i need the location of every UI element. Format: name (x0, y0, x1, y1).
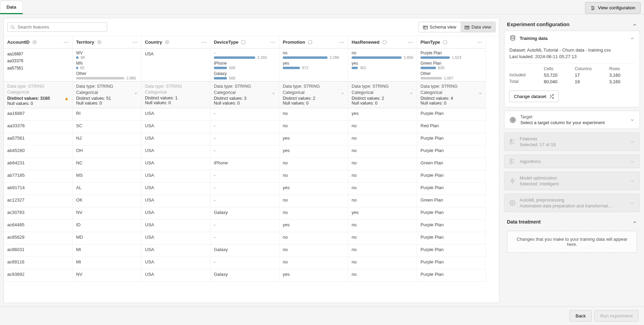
shuffle-icon (549, 94, 554, 99)
chevron-down-icon (630, 139, 635, 144)
target-icon (509, 117, 516, 123)
search-input[interactable] (18, 24, 104, 30)
algorithm-icon (509, 158, 516, 164)
automl-preprocessing-panel[interactable]: AutoML preprocessing Automated data prep… (505, 194, 640, 212)
chevron-up-icon[interactable] (632, 219, 637, 225)
data-cell: - (210, 232, 279, 245)
data-cell: USA (142, 195, 210, 207)
back-button[interactable]: Back (570, 310, 592, 322)
feature-type-label[interactable]: Categorical (214, 90, 236, 95)
data-cell: Purple Plan (417, 183, 486, 195)
data-cell: ab45280 (4, 145, 73, 158)
data-cell: Purple Plan (417, 220, 486, 232)
data-cell: USA (142, 145, 210, 158)
data-cell: no (348, 170, 417, 183)
column-header[interactable]: PlanType⋯ (417, 36, 486, 48)
view-configuration-button[interactable]: View configuration (585, 2, 641, 14)
column-header[interactable]: Territory⋯ (73, 36, 142, 48)
data-view-button[interactable]: Data view (460, 22, 495, 32)
feature-type-label[interactable]: Categorical (283, 90, 304, 95)
data-cell: - (210, 145, 279, 158)
target-panel[interactable]: Target Select a target column for your e… (505, 111, 640, 129)
run-experiment-button[interactable]: Run experiment (594, 310, 638, 322)
column-name: DeviceType (214, 40, 238, 45)
data-cell: Purple Plan (417, 170, 486, 183)
chevron-down-icon[interactable]: ⌄ (409, 90, 413, 95)
chevron-down-icon[interactable]: ⌄ (341, 90, 344, 95)
algorithms-panel[interactable]: Algorithms (505, 155, 640, 168)
view-configuration-label: View configuration (598, 5, 635, 10)
data-cell: yes (279, 183, 348, 195)
chevron-down-icon[interactable]: ⌄ (272, 90, 276, 95)
feature-type-label[interactable]: Categorical (352, 90, 373, 95)
more-icon[interactable]: ⋯ (132, 39, 138, 45)
schema-view-button[interactable]: Schema view (419, 22, 460, 32)
stats-total-columns: 19 (575, 79, 606, 84)
status-indicator-icon (308, 40, 312, 44)
svg-rect-11 (465, 26, 469, 29)
model-optimization-panel[interactable]: Model optimization Selected: Intelligent (505, 172, 640, 190)
data-cell: OK (73, 195, 142, 207)
more-icon[interactable]: ⋯ (201, 39, 207, 45)
column-name: Promotion (283, 40, 305, 45)
data-cell: no (279, 195, 348, 207)
more-icon[interactable]: ⋯ (63, 39, 69, 45)
column-header[interactable]: HasRenewed⋯ (348, 36, 417, 48)
chevron-down-icon (630, 200, 635, 206)
more-icon[interactable]: ⋯ (270, 39, 276, 45)
data-cell: aa57561 (4, 133, 73, 145)
tab-data[interactable]: Data (0, 1, 23, 14)
training-data-panel-header[interactable]: Training data (505, 31, 640, 45)
stats-included-rows: 3,160 (609, 73, 633, 78)
feature-type-label[interactable]: Categorical (420, 90, 442, 95)
column-header[interactable]: DeviceType⋯ (210, 36, 279, 48)
data-cell: no (348, 133, 417, 145)
more-icon[interactable]: ⋯ (477, 39, 482, 45)
column-header[interactable]: AccountID⋯ (4, 36, 73, 48)
chevron-down-icon (630, 117, 635, 123)
column-meta: Data type: STRING Categorical⌄ Distinct … (210, 82, 279, 108)
chevron-down-icon[interactable]: ⌄ (134, 90, 138, 95)
data-cell: - (210, 257, 279, 269)
column-header[interactable]: Promotion⋯ (279, 36, 348, 48)
features-panel[interactable]: Features Selected: 17 of 19 (505, 133, 640, 151)
data-cell: - (210, 220, 279, 232)
stats-total-rows: 3,160 (609, 79, 633, 84)
status-indicator-icon (32, 40, 37, 44)
data-cell: ID (73, 220, 142, 232)
data-cell: no (279, 170, 348, 183)
data-cell: no (279, 232, 348, 245)
data-cell: USA (142, 257, 210, 269)
svg-rect-8 (423, 26, 427, 29)
checklist-icon (509, 139, 516, 145)
data-cell: no (348, 220, 417, 232)
data-cell: no (348, 121, 417, 133)
column-header[interactable]: Country⋯ (142, 36, 210, 48)
data-cell: ac85629 (4, 232, 73, 245)
warning-icon: ▲ (64, 96, 69, 101)
data-treatment-message: Changes that you make to your training d… (507, 231, 637, 253)
data-cell: Purple Plan (417, 207, 486, 220)
column-meta: Data type: STRING Categorical Distinct v… (4, 82, 73, 108)
column-name: HasRenewed (352, 40, 380, 45)
algorithms-title: Algorithms (520, 159, 626, 164)
data-cell: Green Plan (417, 158, 486, 170)
status-indicator-icon (97, 40, 102, 44)
data-cell: no (348, 158, 417, 170)
more-icon[interactable]: ⋯ (408, 39, 413, 45)
chevron-down-icon[interactable]: ⌄ (478, 90, 482, 95)
data-cell: no (348, 257, 417, 269)
search-field[interactable] (7, 22, 107, 32)
more-icon[interactable]: ⋯ (339, 39, 344, 45)
null-values: Null values: 0 (76, 101, 138, 106)
data-cell: Purple Plan (417, 245, 486, 257)
sidebar-title: Experiment configuration (507, 21, 570, 27)
chevron-up-icon[interactable] (632, 21, 637, 27)
data-type-label: Data type: STRING (283, 84, 344, 89)
feature-type-label[interactable]: Categorical (76, 90, 98, 95)
change-dataset-button[interactable]: Change dataset (509, 90, 559, 102)
data-cell: yes (348, 207, 417, 220)
stats-cells-header: Cells (544, 66, 571, 71)
features-title: Features (520, 136, 626, 141)
data-type-label: Data type: STRING (214, 84, 276, 89)
